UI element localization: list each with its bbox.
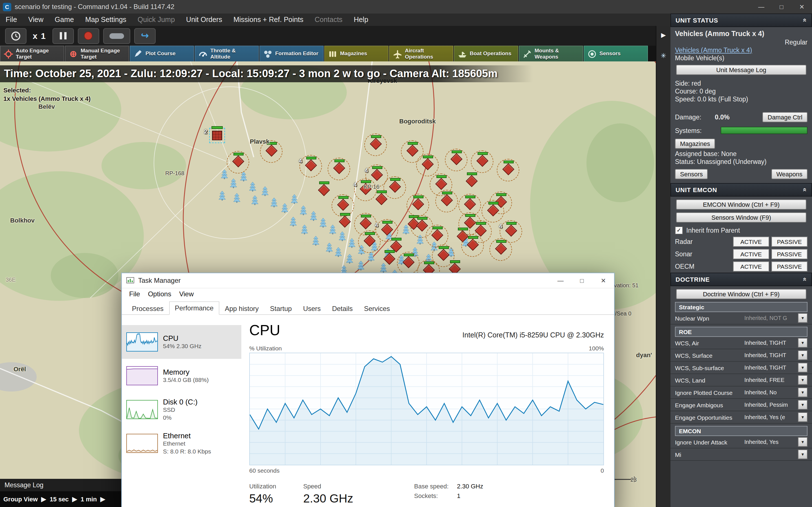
task-manager-window: Task Manager — □ ✕ FileOptionsView Proce… — [121, 273, 615, 507]
ammo-truck-icon — [212, 131, 222, 140]
cpu-model: Intel(R) Core(TM) i5-8259U CPU @ 2.30GHz — [462, 331, 604, 339]
sonar-active-button[interactable]: ACTIVE — [733, 249, 769, 259]
minimize-button[interactable]: — — [751, 0, 771, 13]
menu-unit-orders[interactable]: Unit Orders — [181, 13, 228, 26]
tm-menu-view[interactable]: View — [175, 290, 198, 298]
play-icon[interactable]: ▶ — [72, 495, 77, 503]
menu-quick-jump[interactable]: Quick Jump — [132, 13, 181, 26]
ribbon-tab-throttle-altitude[interactable]: Throttle & Altitude — [195, 46, 259, 61]
tm-tab-performance[interactable]: Performance — [169, 301, 219, 315]
play-icon[interactable]: ▶ — [41, 495, 46, 503]
collapse-icon[interactable]: « — [801, 18, 809, 22]
tm-tab-app-history[interactable]: App history — [219, 302, 264, 315]
close-button[interactable]: ✕ — [792, 0, 812, 13]
doctrine-row-ignore-under-attack: Ignore Under AttackInherited, Yes▼ — [670, 436, 812, 448]
clock-button[interactable] — [5, 28, 27, 44]
menu-game[interactable]: Game — [49, 13, 80, 26]
tm-maximize-button[interactable]: □ — [571, 273, 593, 288]
task-manager-title-bar[interactable]: Task Manager — □ ✕ — [122, 273, 614, 288]
sonar-passive-button[interactable]: PASSIVE — [771, 249, 808, 259]
sensors-button[interactable]: Sensors — [675, 169, 708, 179]
interval-15sec-button[interactable]: 15 sec — [50, 496, 68, 503]
dropdown-button[interactable]: ▼ — [798, 363, 808, 372]
menu-contacts[interactable]: Contacts — [309, 13, 348, 26]
magazines-button[interactable]: Magazines — [675, 138, 715, 149]
ribbon-tab-aircraft-operations[interactable]: Aircraft Operations — [389, 46, 453, 61]
inherit-from-parent-checkbox[interactable]: ✓ — [675, 226, 683, 234]
group-view-button[interactable]: Group View — [3, 496, 38, 503]
menu-file[interactable]: File — [0, 13, 22, 26]
dropdown-button[interactable]: ▼ — [798, 313, 808, 323]
dropdown-button[interactable]: ▼ — [798, 350, 808, 360]
radar-passive-button[interactable]: PASSIVE — [771, 237, 808, 247]
doctrine-window-button[interactable]: Doctrine Window (Ctrl + F9) — [676, 289, 806, 299]
forest-icon — [325, 242, 334, 252]
oecm-active-button[interactable]: ACTIVE — [733, 262, 769, 272]
tm-close-button[interactable]: ✕ — [593, 273, 614, 288]
menu-view[interactable]: View — [22, 13, 49, 26]
dropdown-button[interactable]: ▼ — [798, 338, 808, 348]
unit-emcon-header[interactable]: UNIT EMCON « — [670, 183, 812, 196]
weapons-button[interactable]: Weapons — [771, 169, 808, 179]
menu-missions-ref-points[interactable]: Missions + Ref. Points — [228, 13, 309, 26]
ribbon-tab-boat-operations[interactable]: Boat Operations — [454, 46, 518, 61]
perf-item-ethernet[interactable]: EthernetEthernetS: 8.0 R: 8.0 Kbps — [122, 427, 241, 460]
dropdown-button[interactable]: ▼ — [798, 412, 808, 422]
perf-item-cpu[interactable]: CPU54% 2.30 GHz — [122, 325, 241, 359]
sensors-window-button[interactable]: Sensors Window (F9) — [676, 212, 806, 223]
ribbon-tab-formation-editor[interactable]: Formation Editor — [259, 46, 324, 61]
pause-button[interactable] — [52, 28, 74, 44]
tm-menu-options[interactable]: Options — [144, 290, 175, 298]
ribbon-tab-mounts-weapons[interactable]: Mounts & Weapons — [519, 46, 583, 61]
damage-ctrl-button[interactable]: Damage Ctrl — [763, 112, 808, 122]
perf-item-disk-0-c[interactable]: Disk 0 (C:)SSD0% — [122, 393, 241, 427]
unit-health-bar — [413, 195, 423, 198]
doctrine-header[interactable]: DOCTRINE « — [670, 273, 812, 286]
emcon-label: Radar — [675, 238, 731, 245]
collapse-icon[interactable]: « — [801, 277, 809, 281]
maximize-button[interactable]: □ — [771, 0, 792, 13]
unit-side: Side: red — [670, 78, 812, 87]
record-icon — [84, 32, 93, 40]
tm-menu-file[interactable]: File — [125, 290, 144, 298]
message-log-bar[interactable]: Message Log — [0, 479, 121, 491]
menu-map-settings[interactable]: Map Settings — [80, 13, 132, 26]
dropdown-button[interactable]: ▼ — [798, 400, 808, 409]
tm-tab-startup[interactable]: Startup — [264, 302, 297, 315]
recorder-button[interactable] — [103, 28, 130, 44]
unit-count-label: 4 — [499, 223, 502, 229]
time-speed-label[interactable]: x 1 — [31, 31, 49, 41]
emcon-window-button[interactable]: EMCON Window (Ctrl + F9) — [676, 200, 806, 210]
unit-status-header[interactable]: UNIT STATUS « — [670, 13, 812, 27]
dropdown-button[interactable]: ▼ — [798, 375, 808, 385]
dropdown-button[interactable]: ▼ — [798, 450, 808, 459]
radar-active-button[interactable]: ACTIVE — [733, 237, 769, 247]
dropdown-button[interactable]: ▼ — [798, 388, 808, 397]
unit-status-text: Status: Unassigned (Underway) — [670, 158, 812, 166]
record-button[interactable] — [78, 28, 99, 44]
collapse-icon[interactable]: « — [801, 188, 809, 192]
ribbon-tab-plot-course[interactable]: Plot Course — [130, 46, 194, 61]
redo-button[interactable]: ↪ — [134, 28, 156, 44]
perf-item-text: Disk 0 (C:)SSD0% — [163, 398, 198, 421]
ribbon-tab-manual-engage-target[interactable]: Manual Engage Target — [65, 46, 129, 61]
play-icon[interactable]: ▶ — [100, 495, 105, 503]
unit-health-bar — [437, 175, 447, 178]
menu-help[interactable]: Help — [348, 13, 374, 26]
ribbon-tab-magazines[interactable]: Magazines — [324, 46, 389, 61]
tm-tab-users[interactable]: Users — [297, 302, 326, 315]
dropdown-button[interactable]: ▼ — [798, 437, 808, 447]
unit-message-log-button[interactable]: Unit Message Log — [676, 65, 806, 75]
map-label-plavsk: Plavsk — [250, 138, 269, 145]
perf-item-memory[interactable]: Memory3.5/4.0 GB (88%) — [122, 359, 241, 393]
unit-link[interactable]: Vehicles (Ammo Truck x 4) — [670, 46, 812, 54]
ribbon-tab-auto-engage-target[interactable]: Auto Engage Target — [0, 46, 64, 61]
tm-tab-processes[interactable]: Processes — [126, 302, 169, 315]
oecm-passive-button[interactable]: PASSIVE — [771, 262, 808, 272]
interval-1min-button[interactable]: 1 min — [81, 496, 97, 503]
ribbon-tab-sensors[interactable]: Sensors — [583, 46, 648, 61]
tm-minimize-button[interactable]: — — [550, 273, 571, 288]
tm-tab-services[interactable]: Services — [358, 302, 396, 315]
expand-panel-button[interactable]: ► — [659, 31, 667, 40]
tm-tab-details[interactable]: Details — [326, 302, 358, 315]
